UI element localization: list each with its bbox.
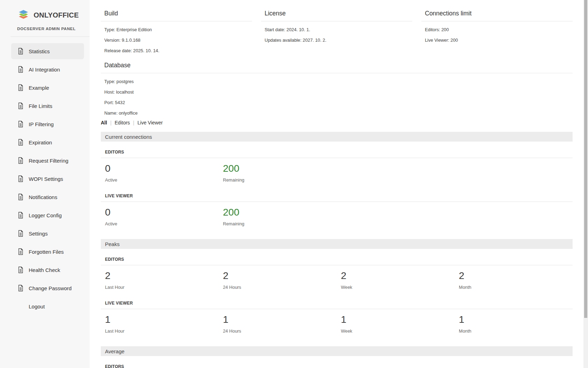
admin-panel: ONLYOFFICE DOCSERVER ADMIN PANEL Statist…: [0, 0, 588, 368]
stat-label: Remaining: [223, 221, 337, 226]
sidebar-item-wopi-settings[interactable]: WOPI Settings: [11, 171, 84, 187]
stat-cell-24-hours: 1 24 Hours: [219, 309, 337, 334]
document-icon: [17, 193, 24, 200]
database-section: Database Type: postgres Host: localhost …: [101, 62, 573, 115]
group-label-editors: EDITORS: [101, 257, 573, 262]
tab-all[interactable]: All: [101, 120, 107, 125]
group-label-live-viewer: LIVE VIEWER: [101, 193, 573, 198]
tab-separator: |: [110, 120, 112, 125]
document-icon: [17, 157, 24, 164]
current-connections-live-viewer-group: LIVE VIEWER 0 Active 200 Remaining: [101, 193, 573, 226]
group-label-editors: EDITORS: [101, 364, 573, 368]
connections-limit-live-viewer: Live Viewer: 200: [421, 38, 573, 42]
logo: ONLYOFFICE: [17, 8, 90, 22]
sidebar-divider: [10, 36, 90, 37]
stat-value: 0: [105, 163, 219, 174]
document-icon: [17, 230, 24, 237]
sidebar-item-label: Notifications: [29, 194, 57, 200]
stat-label: Active: [105, 221, 219, 226]
build-title: Build: [101, 10, 252, 21]
build-version: Version: 9.1.0.168: [101, 38, 252, 42]
peaks-header: Peaks: [101, 239, 573, 249]
document-icon: [17, 102, 24, 109]
sidebar-item-label: Statistics: [29, 48, 50, 54]
group-label-editors: EDITORS: [101, 150, 573, 155]
license-section: License Start date: 2024. 10. 1. Updates…: [261, 10, 412, 53]
tab-editors[interactable]: Editors: [115, 120, 130, 125]
stat-label: Week: [341, 328, 455, 334]
average-header: Average: [101, 346, 573, 356]
document-icon: [17, 139, 24, 146]
connections-limit-section: Connections limit Editors: 200 Live View…: [421, 10, 573, 53]
sidebar-item-expiration[interactable]: Expiration: [11, 134, 84, 150]
logo-subtitle: DOCSERVER ADMIN PANEL: [17, 27, 90, 31]
group-label-live-viewer: LIVE VIEWER: [101, 301, 573, 306]
stat-value: 1: [341, 314, 455, 325]
logo-title: ONLYOFFICE: [34, 11, 79, 19]
stat-value: 200: [223, 207, 337, 218]
document-icon: [17, 175, 24, 182]
sidebar-item-statistics[interactable]: Statistics: [11, 43, 84, 59]
document-icon: [17, 266, 24, 273]
peaks-live-viewer-group: LIVE VIEWER 1 Last Hour 1 24 Hours 1 Wee…: [101, 301, 573, 334]
sidebar-item-forgotten-files[interactable]: Forgotten Files: [11, 244, 84, 260]
sidebar-item-notifications[interactable]: Notifications: [11, 189, 84, 205]
stat-cell-remaining: 200 Remaining: [219, 202, 337, 226]
connections-limit-editors: Editors: 200: [421, 27, 573, 32]
sidebar-item-file-limits[interactable]: File Limits: [11, 98, 84, 114]
stat-cell-last-hour: 1 Last Hour: [101, 309, 219, 334]
sidebar-item-logger-config[interactable]: Logger Config: [11, 207, 84, 223]
vertical-scrollbar[interactable]: [583, 0, 588, 368]
scrollbar-thumb[interactable]: [584, 0, 587, 318]
sidebar-item-change-password[interactable]: Change Password: [11, 280, 84, 296]
stat-cell-month: 1 Month: [455, 309, 573, 334]
database-port: Port: 5432: [101, 100, 573, 105]
sidebar-item-label: Change Password: [29, 285, 72, 291]
logout-label: Logout: [29, 304, 45, 309]
peaks-editors-group: EDITORS 2 Last Hour 2 24 Hours 2 Week 2 …: [101, 257, 573, 290]
sidebar-item-label: IP Filtering: [29, 121, 54, 127]
onlyoffice-logo-icon: [17, 8, 30, 22]
sidebar-item-request-filtering[interactable]: Request Filtering: [11, 152, 84, 169]
tab-live-viewer[interactable]: Live Viewer: [138, 120, 163, 125]
document-icon: [17, 212, 24, 219]
stat-label: Last Hour: [105, 285, 219, 290]
sidebar-item-logout[interactable]: Logout: [11, 298, 84, 314]
stat-value: 2: [223, 271, 337, 281]
stat-cell-last-hour: 2 Last Hour: [101, 265, 219, 290]
current-connections-editors-group: EDITORS 0 Active 200 Remaining: [101, 150, 573, 183]
stat-value: 1: [223, 314, 337, 325]
document-icon: [17, 121, 24, 128]
sidebar: ONLYOFFICE DOCSERVER ADMIN PANEL Statist…: [0, 0, 90, 368]
current-connections-header: Current connections: [101, 132, 573, 142]
sidebar-nav: Statistics AI Integration Example: [0, 43, 90, 314]
sidebar-item-ip-filtering[interactable]: IP Filtering: [11, 116, 84, 132]
sidebar-item-label: Logger Config: [29, 212, 62, 218]
sidebar-item-label: Forgotten Files: [29, 249, 64, 255]
stat-label: Month: [459, 328, 573, 334]
stat-label: Active: [105, 177, 219, 183]
main-content: Build Type: Enterprise Edition Version: …: [90, 0, 588, 368]
connection-filter-tabs: All | Editors | Live Viewer: [101, 120, 573, 125]
stat-label: Last Hour: [105, 328, 219, 334]
build-type: Type: Enterprise Edition: [101, 27, 252, 32]
sidebar-item-label: AI Integration: [29, 67, 60, 73]
stat-value: 200: [223, 163, 337, 174]
sidebar-item-label: WOPI Settings: [29, 176, 63, 182]
average-editors-group: EDITORS 0 Last Hour 0 24 Hours 0 Week 0 …: [101, 364, 573, 368]
license-updates-available: Updates available: 2027. 10. 2.: [261, 38, 412, 42]
sidebar-item-ai-integration[interactable]: AI Integration: [11, 61, 84, 77]
sidebar-item-settings[interactable]: Settings: [11, 225, 84, 241]
stat-value: 1: [459, 314, 573, 325]
sidebar-item-example[interactable]: Example: [11, 80, 84, 96]
document-icon: [17, 285, 24, 292]
sidebar-item-health-check[interactable]: Health Check: [11, 262, 84, 278]
connections-limit-title: Connections limit: [421, 10, 573, 21]
document-icon: [17, 248, 24, 255]
sidebar-item-label: Expiration: [29, 139, 52, 145]
stat-value: 1: [105, 314, 219, 325]
stat-value: 2: [341, 271, 455, 281]
database-type: Type: postgres: [101, 79, 573, 84]
stat-value: 2: [459, 271, 573, 281]
stat-cell-remaining: 200 Remaining: [219, 158, 337, 183]
